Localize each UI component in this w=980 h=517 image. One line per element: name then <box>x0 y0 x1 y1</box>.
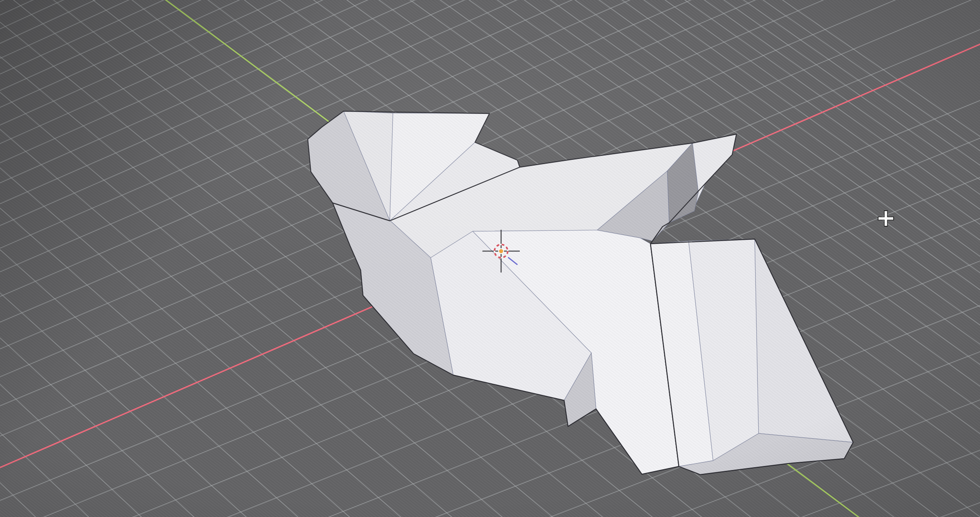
mesh-part-right-wing[interactable] <box>650 239 853 475</box>
viewport-canvas[interactable] <box>0 0 980 517</box>
mesh-face <box>692 134 736 211</box>
3d-viewport[interactable] <box>0 0 980 517</box>
